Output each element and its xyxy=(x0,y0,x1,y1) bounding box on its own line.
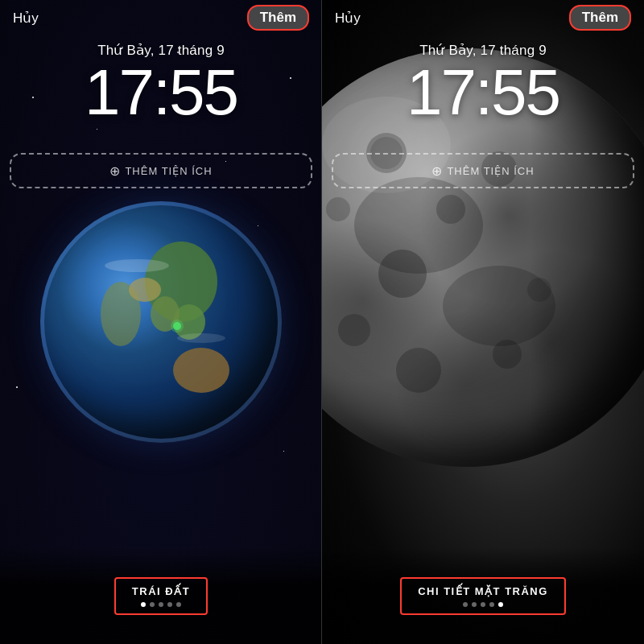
add-button-right[interactable]: Thêm xyxy=(569,5,631,31)
svg-point-18 xyxy=(396,348,441,393)
earth-sphere xyxy=(40,201,282,443)
dot-2-right xyxy=(481,602,485,607)
bottom-area-left: TRÁI ĐẤT xyxy=(0,547,322,644)
dot-1-right xyxy=(472,602,477,607)
svg-point-22 xyxy=(443,266,555,346)
plus-icon-right: ⊕ xyxy=(431,163,442,179)
top-bar-right: Hủy Thêm xyxy=(322,0,644,35)
top-bar-left: Hủy Thêm xyxy=(0,0,322,35)
wallpaper-label-box-right: CHI TIẾT MẶT TRĂNG xyxy=(400,577,566,615)
svg-point-5 xyxy=(129,278,161,302)
dot-indicators-right xyxy=(463,602,503,607)
svg-point-7 xyxy=(177,333,225,343)
svg-point-20 xyxy=(326,197,350,221)
widget-label-right: THÊM TIỆN ÍCH xyxy=(447,165,534,177)
dot-0-left xyxy=(141,602,146,607)
plus-icon-left: ⊕ xyxy=(109,163,120,179)
svg-point-17 xyxy=(527,278,551,302)
datetime-right: Thứ Bảy, 17 tháng 9 17:55 xyxy=(322,42,644,125)
time-right: 17:55 xyxy=(322,60,644,125)
widget-label-left: THÊM TIỆN ÍCH xyxy=(125,165,212,177)
dot-0-right xyxy=(463,602,468,607)
dot-4-right xyxy=(498,602,503,607)
dot-3-left xyxy=(167,602,172,607)
dot-indicators-left xyxy=(141,602,181,607)
dot-1-left xyxy=(150,602,155,607)
cancel-button-left[interactable]: Hủy xyxy=(13,10,39,27)
earth-visual xyxy=(16,177,306,467)
wallpaper-name-left: TRÁI ĐẤT xyxy=(132,585,190,597)
widget-area-left[interactable]: ⊕ THÊM TIỆN ÍCH xyxy=(10,153,312,188)
datetime-left: Thứ Bảy, 17 tháng 9 17:55 xyxy=(0,42,322,125)
add-button-left[interactable]: Thêm xyxy=(247,5,309,31)
widget-area-right[interactable]: ⊕ THÊM TIỆN ÍCH xyxy=(332,153,634,188)
dot-4-left xyxy=(176,602,181,607)
bottom-area-right: CHI TIẾT MẶT TRĂNG xyxy=(322,547,644,644)
dot-3-right xyxy=(489,602,494,607)
wallpaper-label-box-left: TRÁI ĐẤT xyxy=(114,577,208,615)
wallpaper-name-right: CHI TIẾT MẶT TRĂNG xyxy=(418,585,548,597)
svg-point-9 xyxy=(171,320,184,332)
time-left: 17:55 xyxy=(0,60,322,125)
dot-2-left xyxy=(159,602,163,607)
cancel-button-right[interactable]: Hủy xyxy=(335,10,361,27)
svg-point-2 xyxy=(173,348,229,393)
svg-point-6 xyxy=(105,259,169,272)
svg-point-16 xyxy=(338,314,370,346)
earth-screen: Hủy Thêm Thứ Bảy, 17 tháng 9 17:55 ⊕ THÊ… xyxy=(0,0,322,644)
screen-divider xyxy=(321,0,322,644)
moon-screen: Hủy Thêm Thứ Bảy, 17 tháng 9 17:55 ⊕ THÊ… xyxy=(322,0,644,644)
